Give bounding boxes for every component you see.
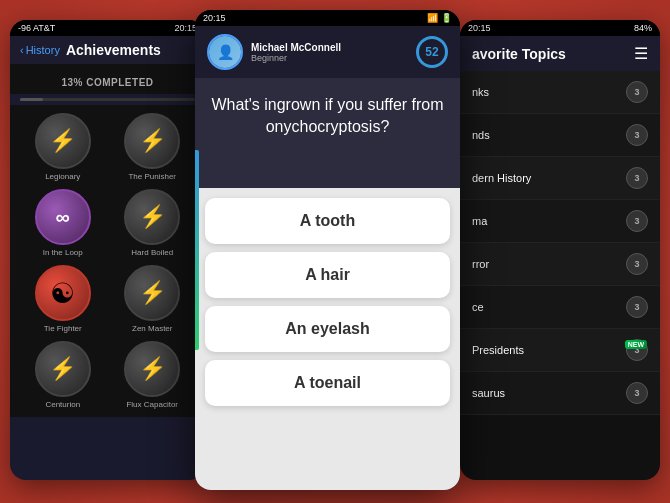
topic-name: saurus [472,387,618,399]
achievement-label-tiefighter: Tie Fighter [44,324,82,333]
achievement-label-legionary: Legionary [45,172,80,181]
right-battery: 84% [634,23,652,33]
achievements-title: Achievements [66,42,161,58]
back-chevron-icon: ‹ [20,44,24,56]
topic-count: 3 [626,296,648,318]
topics-nav: avorite Topics ☰ [460,36,660,71]
quiz-content: What's ingrown if you suffer from onycho… [195,78,460,490]
topic-name: ma [472,215,618,227]
lightning-icon: ⚡ [139,280,166,306]
achievement-label-punisher: The Punisher [128,172,176,181]
achievement-icon-fluxcapacitor: ⚡ [124,341,180,397]
achievement-fluxcapacitor[interactable]: ⚡ Flux Capacitor [112,341,194,409]
achievement-label-loop: In the Loop [43,248,83,257]
achievement-icon-centurion: ⚡ [35,341,91,397]
progress-bar-fill [20,98,43,101]
question-text: What's ingrown if you suffer from onycho… [211,94,444,139]
topic-count: 3 NEW [626,339,648,361]
user-avatar: 👤 [207,34,243,70]
right-time: 20:15 [468,23,491,33]
left-nav-bar: ‹ History Achievements [10,36,205,64]
quiz-header: 👤 Michael McConnell Beginner 52 [195,26,460,78]
side-accent [195,150,199,350]
topic-count: 3 [626,81,648,103]
achievement-icon-tiefighter: ☯ [35,265,91,321]
achievement-label-zenmaster: Zen Master [132,324,172,333]
achievements-panel: -96 AT&T 20:15 ‹ History Achievements 13… [10,20,205,480]
topic-item-science[interactable]: ce 3 [460,286,660,329]
topic-item-horror[interactable]: rror 3 [460,243,660,286]
achievement-centurion[interactable]: ⚡ Centurion [22,341,104,409]
achievement-label-hardboiled: Hard Boiled [131,248,173,257]
lightning-icon: ⚡ [139,204,166,230]
back-button[interactable]: ‹ History [20,44,60,56]
topics-panel: 20:15 84% avorite Topics ☰ nks 3 nds 3 d… [460,20,660,480]
answers-container: A tooth A hair An eyelash A toenail [195,188,460,490]
topic-item-presidents[interactable]: Presidents 3 NEW [460,329,660,372]
time-text: 20:15 [174,23,197,33]
score-badge: 52 [416,36,448,68]
lightning-icon: ⚡ [49,356,76,382]
avatar-image: 👤 [209,36,241,68]
answer-hair-button[interactable]: A hair [205,252,450,298]
completed-section: 13% COMPLETED [10,64,205,94]
lightning-icon: ⚡ [139,356,166,382]
achievement-loop[interactable]: ∞ In the Loop [22,189,104,257]
user-level: Beginner [251,53,408,63]
answer-toenail-button[interactable]: A toenail [205,360,450,406]
achievement-label-fluxcapacitor: Flux Capacitor [126,400,178,409]
achievement-punisher[interactable]: ⚡ The Punisher [112,113,194,181]
score-number: 52 [425,45,438,59]
topic-item-drinks[interactable]: nks 3 [460,71,660,114]
hamburger-icon[interactable]: ☰ [634,44,648,63]
topic-name: nds [472,129,618,141]
achievement-label-centurion: Centurion [45,400,80,409]
answer-eyelash-button[interactable]: An eyelash [205,306,450,352]
completed-text: 13% COMPLETED [61,77,153,88]
achievement-icon-loop: ∞ [35,189,91,245]
topic-item-drama[interactable]: ma 3 [460,200,660,243]
achievement-zenmaster[interactable]: ⚡ Zen Master [112,265,194,333]
topic-name: nks [472,86,618,98]
topic-item-modern-history[interactable]: dern History 3 [460,157,660,200]
topic-count: 3 [626,124,648,146]
topics-title: avorite Topics [472,46,566,62]
topic-count: 3 [626,382,648,404]
lightning-icon: ⚡ [49,128,76,154]
achievement-icon-legionary: ⚡ [35,113,91,169]
topic-name: ce [472,301,618,313]
topic-item-friends[interactable]: nds 3 [460,114,660,157]
achievement-icon-punisher: ⚡ [124,113,180,169]
topics-list: nks 3 nds 3 dern History 3 ma 3 rror 3 c… [460,71,660,415]
topic-name: rror [472,258,618,270]
topic-count: 3 [626,167,648,189]
center-status-bar: 20:15 📶 🔋 [195,10,460,26]
topic-name: Presidents [472,344,618,356]
infinity-icon: ∞ [56,206,70,229]
topic-count: 3 [626,210,648,232]
center-time: 20:15 [203,13,226,23]
signal-text: -96 AT&T [18,23,55,33]
topic-count: 3 [626,253,648,275]
achievement-icon-zenmaster: ⚡ [124,265,180,321]
achievement-icon-hardboiled: ⚡ [124,189,180,245]
new-badge: NEW [625,340,647,349]
back-label: History [26,44,60,56]
achievement-legionary[interactable]: ⚡ Legionary [22,113,104,181]
user-info: Michael McConnell Beginner [251,42,408,63]
progress-bar-container [20,98,195,101]
yin-yang-icon: ☯ [50,277,75,310]
user-name: Michael McConnell [251,42,408,53]
topic-item-dinosaurs[interactable]: saurus 3 [460,372,660,415]
answer-tooth-button[interactable]: A tooth [205,198,450,244]
achievement-tiefighter[interactable]: ☯ Tie Fighter [22,265,104,333]
lightning-icon: ⚡ [139,128,166,154]
battery-icons: 📶 🔋 [427,13,452,23]
achievement-hardboiled[interactable]: ⚡ Hard Boiled [112,189,194,257]
right-status-bar: 20:15 84% [460,20,660,36]
achievements-grid: ⚡ Legionary ⚡ The Punisher ∞ In the Loop… [10,105,205,417]
left-status-bar: -96 AT&T 20:15 [10,20,205,36]
quiz-panel: 20:15 📶 🔋 👤 Michael McConnell Beginner 5… [195,10,460,490]
topic-name: dern History [472,172,618,184]
question-area: What's ingrown if you suffer from onycho… [195,78,460,188]
